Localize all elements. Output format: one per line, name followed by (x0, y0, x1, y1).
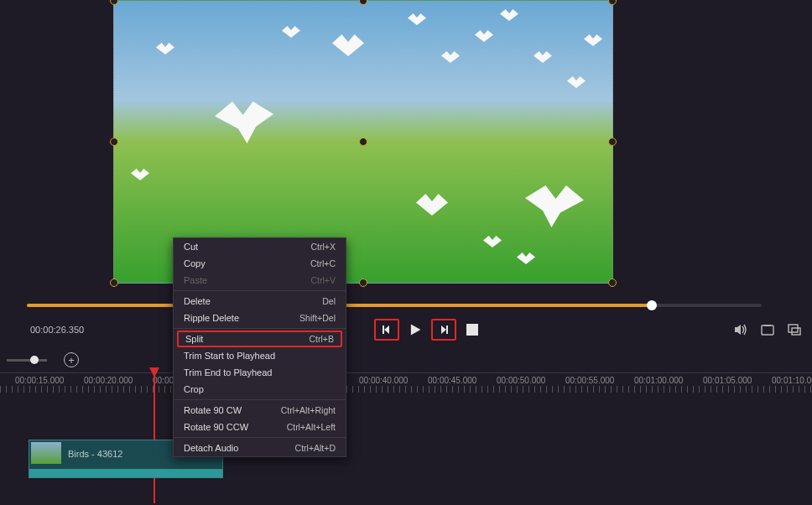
preview-right-controls (731, 320, 804, 339)
preview-progress[interactable] (27, 304, 762, 307)
svg-marker-5 (735, 325, 741, 335)
bird-graphic (441, 51, 460, 63)
bird-graphic (567, 76, 586, 88)
ruler-label: 00:00:20.000 (84, 376, 133, 385)
menu-item-label: Detach Audio (184, 443, 238, 453)
menu-item-shortcut: Ctrl+X (311, 242, 336, 252)
transform-handle[interactable] (608, 279, 617, 287)
svg-rect-8 (792, 328, 800, 335)
menu-item-trim-start-to-playhead[interactable]: Trim Start to Playhead (174, 347, 346, 364)
transform-handle[interactable] (359, 0, 367, 5)
menu-item-crop[interactable]: Crop (174, 381, 346, 398)
menu-item-label: Ripple Delete (184, 313, 239, 323)
menu-item-shortcut: Ctrl+Alt+Right (281, 405, 336, 415)
menu-item-label: Rotate 90 CCW (184, 422, 248, 432)
step-back-icon (381, 324, 393, 336)
menu-item-label: Rotate 90 CW (184, 405, 242, 415)
fullscreen-button[interactable] (785, 320, 804, 339)
step-forward-button[interactable] (435, 320, 453, 339)
timeline-ruler[interactable]: 00:00:15.00000:00:20.00000:00:25.00000:0… (0, 372, 812, 393)
bird-graphic (156, 43, 174, 55)
menu-separator (174, 437, 346, 438)
svg-rect-1 (383, 325, 384, 334)
menu-item-label: Delete (184, 296, 211, 306)
clip-label: Birds - 43612 (68, 449, 122, 459)
zoom-slider[interactable] (7, 359, 47, 362)
ruler-label: 00:01:05.000 (703, 376, 752, 385)
fullscreen-icon (787, 322, 802, 337)
play-button[interactable] (406, 320, 424, 339)
menu-item-shortcut: Del (322, 296, 336, 306)
svg-marker-0 (384, 325, 389, 334)
menu-item-rotate-90-cw[interactable]: Rotate 90 CWCtrl+Alt+Right (174, 402, 346, 419)
highlight-box (374, 319, 399, 341)
zoom-in-button[interactable]: + (64, 352, 79, 367)
menu-item-label: Copy (184, 258, 206, 268)
menu-item-label: Crop (184, 384, 204, 394)
bird-graphic (282, 26, 300, 38)
ruler-label: 00:00:15.000 (15, 376, 64, 385)
ruler-label: 00:00:50.000 (497, 376, 545, 385)
current-timecode: 00:00:26.350 (30, 325, 84, 335)
menu-item-label: Cut (184, 242, 198, 252)
menu-separator (174, 290, 346, 291)
bird-graphic (500, 9, 518, 21)
play-icon (408, 322, 423, 337)
menu-item-shortcut: Ctrl+Alt+Left (287, 422, 336, 432)
menu-item-rotate-90-ccw[interactable]: Rotate 90 CCWCtrl+Alt+Left (174, 419, 346, 435)
bird-graphic (517, 252, 535, 264)
transform-handle[interactable] (110, 279, 118, 287)
transform-handle[interactable] (608, 0, 617, 5)
timeline-track[interactable]: Birds - 43612 (0, 423, 812, 482)
volume-button[interactable] (731, 320, 750, 339)
menu-item-shortcut: Shift+Del (299, 313, 336, 323)
timeline-zoom: + (0, 351, 812, 369)
stop-button[interactable] (466, 324, 478, 336)
svg-rect-4 (446, 325, 448, 334)
progress-thumb[interactable] (647, 300, 657, 310)
camera-icon (760, 322, 775, 337)
menu-separator (174, 399, 346, 400)
bird-graphic (584, 34, 602, 46)
bird-graphic (483, 236, 502, 247)
ruler-label: 00:00:45.000 (428, 376, 476, 385)
bird-graphic (525, 185, 584, 227)
ruler-label: 00:00:55.000 (565, 376, 614, 385)
menu-item-label: Paste (184, 275, 207, 285)
volume-icon (733, 322, 748, 337)
clip-thumbnail (31, 442, 61, 464)
step-back-button[interactable] (377, 320, 396, 339)
transform-handle[interactable] (608, 138, 617, 146)
menu-item-split[interactable]: SplitCtrl+B (177, 331, 342, 347)
playback-controls (374, 319, 478, 341)
menu-item-shortcut: Ctrl+B (310, 334, 334, 344)
menu-item-cut[interactable]: CutCtrl+X (174, 238, 346, 255)
zoom-thumb[interactable] (30, 356, 39, 364)
menu-item-label: Trim Start to Playhead (184, 351, 275, 361)
snapshot-button[interactable] (758, 320, 777, 339)
context-menu[interactable]: CutCtrl+XCopyCtrl+CPasteCtrl+VDeleteDelR… (173, 237, 346, 457)
highlight-box (431, 319, 456, 341)
transform-handle[interactable] (110, 138, 118, 146)
menu-item-ripple-delete[interactable]: Ripple DeleteShift+Del (174, 310, 346, 326)
svg-marker-2 (411, 325, 421, 336)
bird-graphic (131, 169, 149, 180)
transform-handle[interactable] (110, 0, 118, 5)
transform-handle[interactable] (359, 138, 367, 146)
bird-graphic (475, 30, 493, 42)
menu-item-shortcut: Ctrl+V (311, 275, 336, 285)
ruler-label: 00:00:40.000 (359, 376, 408, 385)
menu-item-detach-audio[interactable]: Detach AudioCtrl+Alt+D (174, 440, 346, 456)
ruler-label: 00:01:10.000 (772, 376, 812, 385)
transform-handle[interactable] (359, 279, 367, 287)
bird-graphic (534, 51, 552, 63)
menu-item-copy[interactable]: CopyCtrl+C (174, 255, 346, 272)
menu-item-trim-end-to-playhead[interactable]: Trim End to Playhead (174, 364, 346, 381)
menu-item-paste: PasteCtrl+V (174, 272, 346, 289)
bird-graphic (408, 13, 426, 25)
bird-graphic (332, 34, 364, 56)
menu-item-delete[interactable]: DeleteDel (174, 293, 346, 310)
menu-item-shortcut: Ctrl+Alt+D (295, 443, 336, 453)
ruler-label: 00:01:00.000 (634, 376, 683, 385)
bird-graphic (215, 102, 273, 143)
